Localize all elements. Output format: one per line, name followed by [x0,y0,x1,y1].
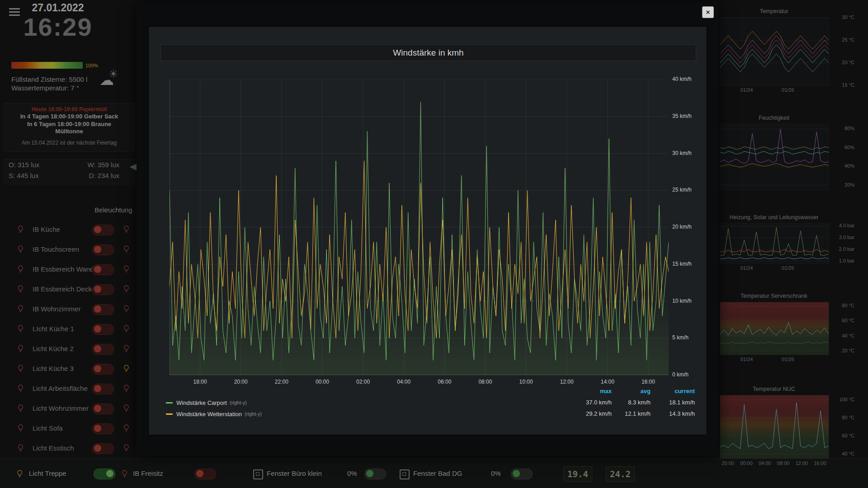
legend-item-wetterstation[interactable]: Windstärke Wetterstation (right-y) [166,410,262,418]
wind-chart-plot[interactable] [170,80,669,375]
x-axis-label: 04:00 [391,379,416,385]
x-axis-label: 00:00 [310,379,335,385]
y-axis-label: 0 km/h [672,371,689,378]
legend-stats-wetterstation: 29.2 km/h 12.1 km/h 14.3 km/h [570,410,695,418]
y-axis-label: 15 km/h [672,261,692,267]
x-axis-label: 02:00 [350,379,376,385]
series-axis-note: (right-y) [245,411,262,417]
x-axis-label: 08:00 [472,379,498,385]
x-axis-label: 14:00 [595,379,620,385]
stat-value: 12.1 km/h [612,410,651,418]
legend-stats-carport: 37.0 km/h 8.3 km/h 18.1 km/h [570,399,695,407]
x-axis-label: 06:00 [432,379,457,385]
series-color-swatch [166,402,173,404]
y-axis-label: 35 km/h [672,113,692,119]
stat-value: 14.3 km/h [651,410,695,418]
wind-chart-modal: × Windstärke in kmh 40 km/h35 km/h30 km/… [137,3,718,456]
x-axis-label: 18:00 [188,379,213,385]
series-axis-note: (right-y) [230,400,247,405]
plot-glow [170,298,669,375]
stat-header-current[interactable]: current [651,387,695,395]
y-axis-label: 20 km/h [672,224,692,230]
legend-item-carport[interactable]: Windstärke Carport (right-y) [166,399,247,407]
y-axis-label: 5 km/h [672,334,689,341]
dashboard-root: 27.01.2022 16:29 100% Füllstand Zisterne… [0,0,868,488]
stat-value: 18.1 km/h [651,399,695,407]
legend-stats-header: max avg current [570,387,695,395]
series-color-swatch [166,413,173,415]
x-axis-label: 20:00 [228,379,254,385]
modal-title: Windstärke in kmh [160,44,696,61]
x-axis-label: 10:00 [514,379,539,385]
y-axis-label: 30 km/h [672,150,692,156]
wind-y-axis: 40 km/h35 km/h30 km/h25 km/h20 km/h15 km… [672,80,705,375]
stat-header-avg[interactable]: avg [612,387,651,395]
x-axis-label: 22:00 [269,379,294,385]
stat-header-max[interactable]: max [570,387,612,395]
stat-value: 37.0 km/h [570,399,612,407]
stat-value: 29.2 km/h [570,410,612,418]
series-name: Windstärke Wetterstation [176,411,242,418]
x-axis-label: 12:00 [554,379,580,385]
y-axis-label: 10 km/h [672,298,692,304]
close-button[interactable]: × [702,6,714,18]
stat-value: 8.3 km/h [612,399,651,407]
modal-panel: Windstärke in kmh 40 km/h35 km/h30 km/h2… [148,26,707,435]
wind-x-axis: 18:0020:0022:0000:0002:0004:0006:0008:00… [170,379,669,386]
x-axis-label: 16:00 [636,379,661,385]
series-name: Windstärke Carport [176,399,227,406]
y-axis-label: 25 km/h [672,187,692,193]
y-axis-label: 40 km/h [672,76,692,82]
